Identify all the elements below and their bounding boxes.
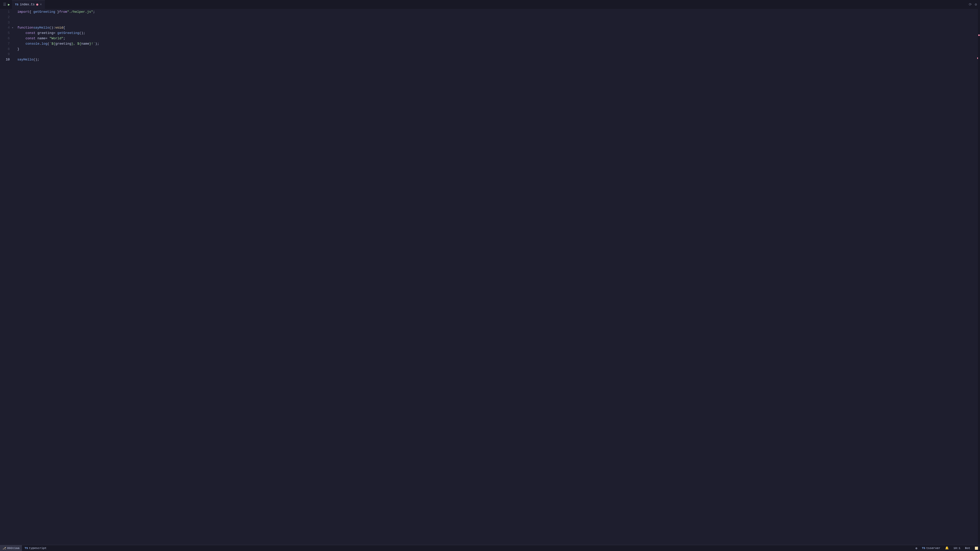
refresh-icon[interactable]: ⟳ <box>969 2 972 6</box>
status-settings-icon: ⚙ <box>915 546 917 550</box>
fold-8 <box>12 47 15 52</box>
fold-10 <box>12 57 15 62</box>
tab-ts-badge: TS <box>15 3 18 6</box>
tab-bar: ☰ ▶ TS index.ts × ⟳ ⚙ <box>0 0 980 9</box>
fold-4[interactable]: ▾ <box>12 25 15 30</box>
status-bot[interactable]: Bot <box>963 545 972 551</box>
status-cursor-position[interactable]: 10:1 <box>951 545 963 551</box>
git-branch-icon: ⎇ <box>3 546 6 550</box>
code-line-7: console.log(`${greeting}, ${name}!`); <box>18 41 978 47</box>
fold-3 <box>12 20 15 25</box>
tab-filename: index.ts <box>20 3 35 6</box>
line-num-8: 8 <box>0 47 10 52</box>
settings-icon[interactable]: ⚙ <box>975 2 977 6</box>
status-language-label: typescript <box>29 546 47 550</box>
editor-area: 1 2 3 4 5 6 7 8 9 10 ▾ import { getGreet… <box>0 9 980 545</box>
fold-7 <box>12 41 15 47</box>
tab-modified-indicator <box>36 3 38 6</box>
line-num-2: 2 <box>0 15 10 20</box>
line-num-10: 10 <box>0 57 10 62</box>
code-line-1: import { getGreeting } from "./helper.js… <box>18 10 978 15</box>
code-line-5: const greeting = getGreeting(); <box>18 30 978 36</box>
code-line-6: const name = "World"; <box>18 36 978 41</box>
fold-6 <box>12 36 15 41</box>
fold-9 <box>12 52 15 57</box>
status-yellow-indicator <box>973 545 980 551</box>
status-ts-badge3: TS <box>922 547 925 550</box>
code-line-4: function sayHello(): void { <box>18 25 978 30</box>
fold-1 <box>12 10 15 15</box>
status-tsserver[interactable]: TS tsserver <box>920 545 942 551</box>
code-line-2 <box>18 15 978 20</box>
line-num-7: 7 <box>0 41 10 47</box>
minimap-cursor-dot <box>978 35 980 36</box>
status-ts-badge2: TS <box>24 547 28 550</box>
minimap <box>978 9 980 545</box>
code-editor[interactable]: import { getGreeting } from "./helper.js… <box>15 9 978 545</box>
line-num-1: 1 <box>0 10 10 15</box>
status-git-area[interactable]: ⎇ 892c1aa <box>0 545 22 551</box>
status-settings[interactable]: ⚙ <box>913 545 919 551</box>
line-num-9: 9 <box>0 52 10 57</box>
line-numbers: 1 2 3 4 5 6 7 8 9 10 <box>0 9 12 545</box>
run-icon[interactable]: ▶ <box>8 3 10 6</box>
scroll-position-indicator <box>977 57 978 59</box>
line-num-5: 5 <box>0 30 10 36</box>
line-num-3: 3 <box>0 20 10 25</box>
bot-label: Bot <box>965 546 970 550</box>
git-branch-name: 892c1aa <box>7 546 19 550</box>
fold-5 <box>12 30 15 36</box>
fold-gutter: ▾ <box>12 9 15 545</box>
sidebar-toggle-area: ☰ ▶ <box>1 2 12 6</box>
sidebar-icon[interactable]: ☰ <box>3 2 6 6</box>
status-right: ⚙ TS tsserver 🔔 10:1 Bot <box>913 545 980 551</box>
status-tsserver-label: tsserver <box>926 546 940 550</box>
toolbar-right: ⟳ ⚙ <box>969 2 980 6</box>
code-line-8: } <box>18 47 978 52</box>
tab-index-ts[interactable]: TS index.ts × <box>12 0 45 9</box>
code-line-3 <box>18 20 978 25</box>
status-bell[interactable]: 🔔 <box>943 545 951 551</box>
bell-icon: 🔔 <box>945 546 949 550</box>
status-ts-language[interactable]: TS typescript <box>22 545 49 551</box>
code-line-9 <box>18 52 978 57</box>
line-num-6: 6 <box>0 36 10 41</box>
fold-2 <box>12 15 15 20</box>
code-line-10: sayHello(); <box>18 57 978 62</box>
status-bar: ⎇ 892c1aa TS typescript ⚙ TS tsserver 🔔 … <box>0 545 980 551</box>
yellow-square-icon <box>975 547 978 550</box>
cursor-position-text: 10:1 <box>953 546 961 550</box>
line-num-4: 4 <box>0 25 10 30</box>
tab-close-button[interactable]: × <box>40 3 42 6</box>
status-left: ⎇ 892c1aa TS typescript <box>0 545 49 551</box>
